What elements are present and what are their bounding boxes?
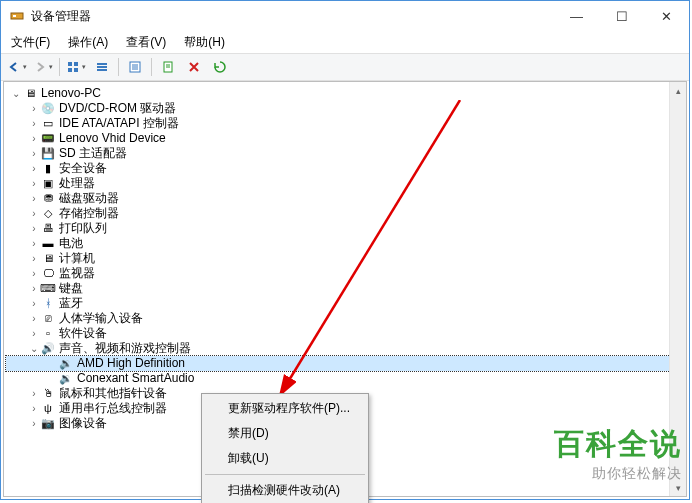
node-conexant-audio[interactable]: 🔉Conexant SmartAudio [6,371,684,386]
node-amd-hd-audio[interactable]: 🔉AMD High Definition [6,356,684,371]
device-tree[interactable]: ⌄ 🖥 Lenovo-PC ›💿DVD/CD-ROM 驱动器 ›▭IDE ATA… [4,82,686,435]
cm-disable[interactable]: 禁用(D) [204,421,366,446]
scroll-down-button[interactable]: ▾ [670,479,686,496]
menu-action[interactable]: 操作(A) [64,32,112,53]
camera-icon: 📷 [40,417,56,431]
expand-icon[interactable]: › [28,131,40,146]
toolbar-separator [118,58,119,76]
expand-icon[interactable]: › [28,416,40,431]
expand-icon[interactable]: › [28,191,40,206]
hid-icon: ⎚ [40,312,56,326]
delete-button[interactable] [182,56,206,78]
scan-hardware-button[interactable] [208,56,232,78]
node-disk-drives[interactable]: ›⛃磁盘驱动器 [6,191,684,206]
svg-rect-8 [97,69,107,71]
storage-icon: ◇ [40,207,56,221]
sd-icon: 💾 [40,147,56,161]
node-security-devices[interactable]: ›▮安全设备 [6,161,684,176]
expand-icon[interactable]: › [28,206,40,221]
node-sd-adapter[interactable]: ›💾SD 主适配器 [6,146,684,161]
cm-uninstall[interactable]: 卸载(U) [204,446,366,471]
root-label: Lenovo-PC [41,86,101,101]
maximize-button[interactable]: ☐ [599,1,644,31]
expand-icon[interactable]: › [28,326,40,341]
view-list-button[interactable] [90,56,114,78]
app-icon [9,8,25,24]
cm-update-driver[interactable]: 更新驱动程序软件(P)... [204,396,366,421]
keyboard-icon: ⌨ [40,282,56,296]
computer-icon: 🖥 [22,87,38,101]
menu-file[interactable]: 文件(F) [7,32,54,53]
expand-icon[interactable]: › [28,311,40,326]
battery-icon: ▬ [40,237,56,251]
node-keyboards[interactable]: ›⌨键盘 [6,281,684,296]
node-software-devices[interactable]: ›▫软件设备 [6,326,684,341]
expand-icon[interactable]: › [28,161,40,176]
refresh-button[interactable] [156,56,180,78]
menubar: 文件(F) 操作(A) 查看(V) 帮助(H) [1,31,689,53]
properties-button[interactable] [123,56,147,78]
expand-icon[interactable]: › [28,281,40,296]
minimize-button[interactable]: — [554,1,599,31]
disc-icon: 💿 [40,102,56,116]
expand-icon[interactable]: › [28,116,40,131]
view-grid-button[interactable] [64,56,88,78]
device-icon: 📟 [40,132,56,146]
node-processors[interactable]: ›▣处理器 [6,176,684,191]
expand-icon[interactable]: › [28,251,40,266]
node-print-queues[interactable]: ›🖶打印队列 [6,221,684,236]
node-storage-controllers[interactable]: ›◇存储控制器 [6,206,684,221]
scroll-up-button[interactable]: ▴ [670,82,686,99]
toolbar-separator [59,58,60,76]
expand-icon[interactable]: › [28,236,40,251]
svg-rect-1 [13,15,16,17]
forward-button[interactable] [31,56,55,78]
node-hid-devices[interactable]: ›⎚人体学输入设备 [6,311,684,326]
vertical-scrollbar[interactable]: ▴ ▾ [669,82,686,496]
speaker-icon: 🔉 [58,372,74,386]
node-audio-controllers[interactable]: ⌄🔊声音、视频和游戏控制器 [6,341,684,356]
node-dvd-cdrom[interactable]: ›💿DVD/CD-ROM 驱动器 [6,101,684,116]
bluetooth-icon: ᚼ [40,297,56,311]
security-icon: ▮ [40,162,56,176]
pc-icon: 🖥 [40,252,56,266]
tree-root[interactable]: ⌄ 🖥 Lenovo-PC [6,86,684,101]
software-icon: ▫ [40,327,56,341]
monitor-icon: 🖵 [40,267,56,281]
cpu-icon: ▣ [40,177,56,191]
expand-icon[interactable]: › [28,386,40,401]
svg-rect-7 [97,66,107,68]
node-batteries[interactable]: ›▬电池 [6,236,684,251]
window-title: 设备管理器 [31,8,554,25]
speaker-icon: 🔉 [58,357,74,371]
back-button[interactable] [5,56,29,78]
cm-separator [205,474,365,475]
collapse-icon[interactable]: ⌄ [28,341,40,356]
menu-help[interactable]: 帮助(H) [180,32,229,53]
expand-icon[interactable]: › [28,401,40,416]
expand-icon[interactable]: › [28,266,40,281]
collapse-icon[interactable]: ⌄ [10,86,22,101]
menu-view[interactable]: 查看(V) [122,32,170,53]
expand-icon[interactable]: › [28,176,40,191]
expand-icon[interactable]: › [28,296,40,311]
node-monitors[interactable]: ›🖵监视器 [6,266,684,281]
mouse-icon: 🖱 [40,387,56,401]
usb-icon: ψ [40,402,56,416]
expand-icon[interactable]: › [28,101,40,116]
node-ide-ata[interactable]: ›▭IDE ATA/ATAPI 控制器 [6,116,684,131]
node-computer[interactable]: ›🖥计算机 [6,251,684,266]
node-lenovo-vhid[interactable]: ›📟Lenovo Vhid Device [6,131,684,146]
node-bluetooth[interactable]: ›ᚼ蓝牙 [6,296,684,311]
toolbar [1,53,689,81]
svg-rect-2 [68,62,72,66]
cm-scan-changes[interactable]: 扫描检测硬件改动(A) [204,478,366,503]
disk-icon: ⛃ [40,192,56,206]
context-menu: 更新驱动程序软件(P)... 禁用(D) 卸载(U) 扫描检测硬件改动(A) 属… [201,393,369,503]
expand-icon[interactable]: › [28,146,40,161]
expand-icon[interactable]: › [28,221,40,236]
titlebar: 设备管理器 — ☐ ✕ [1,1,689,31]
printer-icon: 🖶 [40,222,56,236]
audio-icon: 🔊 [40,342,56,356]
close-button[interactable]: ✕ [644,1,689,31]
